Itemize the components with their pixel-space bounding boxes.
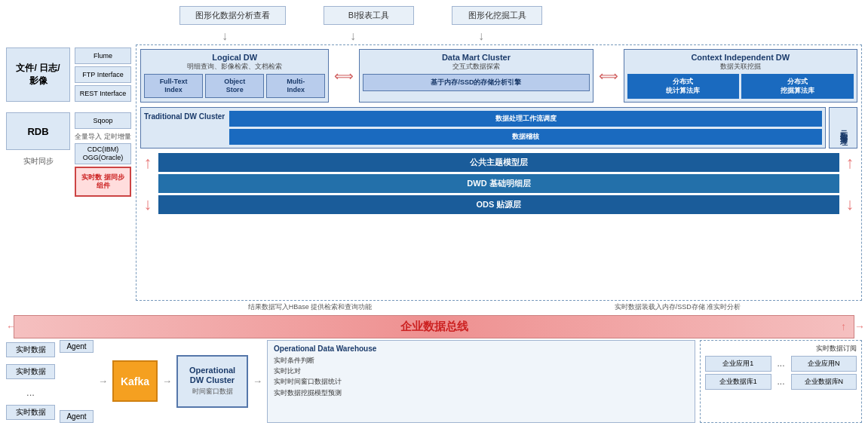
layer-dwd: DWD 基础明细层: [158, 174, 839, 193]
bus-arrow-left: ←: [6, 320, 14, 332]
arrow-to-kafka: →: [98, 340, 108, 423]
subscribe-dots1: ...: [774, 356, 789, 372]
rt-source-2: 实时数据: [6, 364, 55, 379]
op-dw-cluster-title: Operational DW Cluster: [184, 366, 241, 385]
connector-flume: Flume: [75, 47, 131, 64]
agent-1: Agent: [60, 340, 94, 353]
connector-sqoop: Sqoop: [75, 112, 131, 129]
subscribe-appN: 企业应用N: [791, 356, 857, 372]
subscribe-db1: 企业数据库1: [705, 374, 771, 390]
main-container: 图形化数据分析查看 BI报表工具 图形化挖掘工具 ↓ ↓ ↓ 文件/ 日志/ 影…: [0, 0, 868, 441]
rt-dots: ...: [6, 387, 55, 398]
layer-arrow-down-2: ↓: [846, 196, 854, 213]
import-label: 全量导入 定时增量: [75, 133, 131, 141]
bus-arrow-right: →: [854, 320, 862, 332]
tool-mining: 图形化挖掘工具: [452, 6, 542, 25]
layer-arrow-down: ↓: [144, 196, 152, 213]
op-desc-title: Operational Data Warehouse: [274, 345, 689, 353]
logical-dw-title: Logical DW: [144, 53, 325, 62]
tool-graphical-analysis: 图形化数据分析查看: [179, 6, 286, 25]
context-dw-subtitle: 数据关联挖掘: [627, 62, 854, 72]
source-rdb: RDB: [6, 112, 70, 150]
enterprise-bus: 企业数据总线 ↑: [14, 315, 854, 338]
rt-subscribe-label: 实时数据订阅: [705, 344, 857, 354]
stats-algo: 分布式 统计算法库: [627, 74, 740, 99]
full-text-index: Full-Text Index: [144, 74, 203, 98]
agent-2: Agent: [60, 410, 94, 423]
arrow-to-op-dw: →: [162, 340, 172, 423]
arrow-to-op-desc: →: [253, 340, 262, 423]
arrows-lr-2: ⟺: [597, 49, 620, 103]
rt-source-1: 实时数据: [6, 342, 55, 357]
source-file-log: 文件/ 日志/ 影像: [6, 47, 70, 102]
traditional-dw: Traditional DW Cluster 数据处理工作流调度 数据稽核: [140, 107, 826, 149]
data-mart-cluster: Data Mart Cluster 交互式数据探索 基于内存/SSD的存储分析引…: [359, 49, 593, 103]
op-dw-cluster-sub: 时间窗口数据: [184, 387, 241, 397]
bus-up-arrow: ↑: [841, 320, 846, 332]
connector-ftp: FTP Interface: [75, 66, 131, 83]
layer-arrow-up-2: ↑: [846, 155, 854, 171]
realtime-sync-component: 实时数 据同步 组件: [75, 167, 131, 197]
context-independent-dw: Context Independent DW 数据关联挖掘 分布式 统计算法库 …: [624, 49, 857, 103]
arrow-down-1: ↓: [179, 29, 270, 43]
audit-action: 数据稽核: [229, 129, 822, 145]
op-desc-items: 实时条件判断 实时比对 实时时间窗口数据统计 实时数据挖掘模型预测: [274, 355, 689, 399]
workflow-action: 数据处理工作流调度: [229, 111, 822, 127]
data-mart-title: Data Mart Cluster: [363, 53, 589, 62]
data-mart-subtitle: 交互式数据探索: [363, 62, 589, 72]
meta-management: 元 数 据 管 理: [829, 107, 857, 149]
subscribe-app1: 企业应用1: [705, 356, 771, 372]
traditional-dw-label: Traditional DW Cluster: [144, 111, 225, 121]
annotation-left: 结果数据写入HBase 提供检索和查询功能: [248, 302, 373, 312]
subscribe-dbN: 企业数据库N: [791, 374, 857, 390]
mining-algo: 分布式 挖掘算法库: [741, 74, 854, 99]
object-store: Object Store: [205, 74, 264, 98]
connector-rest: REST Interface: [75, 85, 131, 102]
multi-index: Multi- Index: [266, 74, 325, 98]
arrows-lr: ⟺: [333, 49, 355, 103]
arrow-down-2: ↓: [308, 29, 398, 43]
tool-bi-report: BI报表工具: [324, 6, 414, 25]
context-dw-title: Context Independent DW: [627, 53, 854, 62]
sync-label: 实时同步: [6, 156, 70, 167]
connector-cdc: CDC(IBM) OGG(Oracle): [75, 143, 131, 164]
layer-arrow-up: ↑: [144, 155, 152, 171]
layer-public-theme: 公共主题模型层: [158, 153, 839, 172]
annotation-right: 实时数据装载入内存/SSD存储 准实时分析: [615, 302, 741, 312]
subscribe-dots2: ...: [774, 374, 789, 390]
arrow-down-3: ↓: [436, 29, 526, 43]
layer-ods: ODS 贴源层: [158, 195, 839, 214]
data-mart-inner: 基于内存/SSD的存储分析引擎: [363, 74, 589, 91]
logical-dw-subtitle: 明细查询、影像检索、文档检索: [144, 62, 325, 72]
logical-dw: Logical DW 明细查询、影像检索、文档检索 Full-Text Inde…: [140, 49, 329, 103]
kafka-box: Kafka: [112, 360, 158, 402]
rt-source-3: 实时数据: [6, 405, 55, 420]
